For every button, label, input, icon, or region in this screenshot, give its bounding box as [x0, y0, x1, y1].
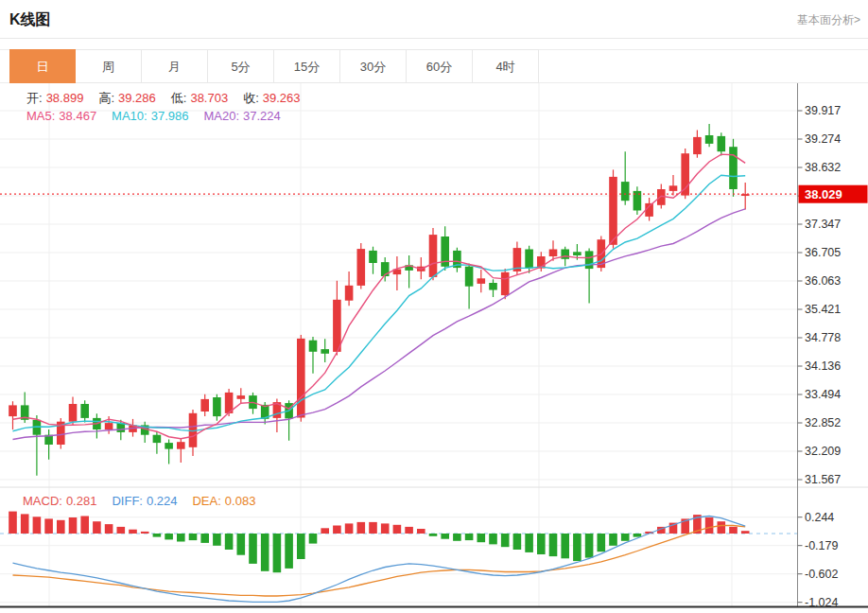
- tab-60分[interactable]: 60分: [407, 49, 473, 83]
- ohlc-legend-item: 开:38.899: [26, 91, 87, 105]
- kline-chart-svg[interactable]: 39.91739.27438.63237.98937.34736.70536.0…: [0, 83, 868, 613]
- macd-tick-label: -0.179: [805, 539, 838, 552]
- macd-bar-down: [213, 534, 221, 546]
- macd-bar-up: [729, 527, 738, 534]
- macd-bar-down: [453, 534, 461, 541]
- legend-value: 39.263: [263, 91, 301, 105]
- macd-bar-up: [44, 518, 53, 534]
- y-axis-tick-label: 31.567: [805, 473, 841, 486]
- candle-up: [693, 137, 702, 154]
- candle-up: [177, 442, 185, 449]
- macd-legend-item: MACD:0.281: [23, 494, 100, 508]
- macd-bar-down: [261, 534, 269, 571]
- candle-down: [585, 251, 594, 269]
- tab-5分[interactable]: 5分: [208, 49, 274, 83]
- candle-down: [309, 341, 318, 352]
- legend-label: MACD:: [23, 494, 62, 508]
- current-price-value: 38.029: [805, 187, 842, 201]
- legend-value: 37.224: [243, 109, 281, 123]
- macd-bar-up: [141, 532, 149, 534]
- macd-bar-down: [273, 534, 282, 572]
- candle-up: [297, 339, 305, 418]
- tab-30分[interactable]: 30分: [340, 49, 407, 83]
- legend-label: DIFF:: [112, 494, 143, 508]
- macd-bar-up: [129, 530, 137, 534]
- macd-bar-down: [441, 534, 449, 539]
- macd-bar-down: [225, 534, 234, 550]
- ma20-line: [13, 209, 746, 440]
- candle-up: [549, 250, 558, 257]
- legend-value: 38.703: [190, 91, 228, 105]
- legend-label: 高:: [98, 91, 114, 105]
- y-axis-tick-label: 39.274: [805, 132, 841, 146]
- macd-tick-label: 0.244: [805, 511, 834, 524]
- candle-down: [153, 435, 162, 443]
- page-header: K线图 基本面分析>: [0, 0, 868, 39]
- macd-bar-down: [429, 534, 438, 536]
- macd-bar-down: [549, 534, 558, 556]
- macd-bar-down: [297, 534, 305, 559]
- macd-bar-down: [501, 534, 510, 547]
- macd-bar-up: [369, 522, 377, 534]
- tab-周[interactable]: 周: [76, 49, 142, 83]
- macd-bar-up: [705, 517, 714, 534]
- legend-value: 38.899: [46, 91, 84, 105]
- candle-down: [165, 443, 173, 449]
- y-axis-tick-label: 37.347: [805, 218, 841, 231]
- ma-legend-item: MA5:38.467: [26, 109, 100, 123]
- macd-bar-down: [153, 534, 162, 537]
- legend-label: MA20:: [203, 109, 239, 123]
- macd-bar-down: [537, 534, 546, 554]
- macd-bar-down: [489, 534, 497, 544]
- macd-bar-up: [117, 527, 126, 534]
- y-axis-tick-label: 35.421: [805, 303, 841, 316]
- candle-up: [333, 300, 341, 352]
- y-axis-tick-label: 36.063: [805, 274, 841, 288]
- macd-bar-down: [465, 534, 474, 540]
- legend-label: DEA:: [192, 494, 220, 508]
- ohlc-legend-item: 低:38.703: [171, 91, 232, 105]
- candle-up: [69, 404, 78, 422]
- candle-down: [561, 250, 569, 259]
- macd-bar-up: [93, 521, 101, 534]
- tab-日[interactable]: 日: [9, 49, 76, 83]
- candle-down: [729, 147, 738, 189]
- candle-up: [200, 399, 209, 412]
- macd-bar-up: [741, 531, 750, 534]
- candle-down: [525, 250, 533, 269]
- macd-bar-up: [105, 524, 113, 534]
- candle-up: [105, 423, 113, 429]
- ohlc-legend: 开:38.899高:39.286低:38.703收:39.263: [26, 90, 316, 107]
- legend-value: 37.986: [151, 109, 189, 123]
- candle-up: [477, 278, 486, 284]
- macd-bar-down: [200, 534, 209, 543]
- kline-page: K线图 基本面分析> 日周月5分15分30分60分4时 开:38.899高:39…: [0, 0, 868, 613]
- macd-bar-up: [57, 520, 65, 534]
- fundamental-analysis-link[interactable]: 基本面分析>: [797, 12, 860, 28]
- macd-bar-up: [9, 512, 17, 534]
- macd-tick-label: -1.024: [805, 596, 838, 609]
- macd-bar-down: [189, 534, 198, 540]
- tab-4时[interactable]: 4时: [473, 49, 539, 83]
- tab-月[interactable]: 月: [142, 49, 208, 83]
- legend-value: 0.224: [147, 494, 178, 508]
- tab-15分[interactable]: 15分: [274, 49, 340, 83]
- candle-down: [321, 349, 329, 354]
- macd-bar-up: [417, 529, 425, 534]
- candle-up: [609, 177, 617, 245]
- macd-bar-down: [525, 534, 533, 552]
- ma10-line: [13, 175, 746, 431]
- macd-legend: MACD:0.281DIFF:0.224DEA:0.083: [23, 494, 270, 508]
- candle-down: [718, 136, 726, 151]
- y-axis-tick-label: 36.705: [805, 246, 841, 259]
- macd-bar-down: [621, 534, 630, 541]
- macd-bar-down: [561, 534, 569, 558]
- period-tabs: 日周月5分15分30分60分4时: [9, 49, 539, 83]
- macd-bar-down: [249, 534, 257, 564]
- legend-value: 0.083: [225, 494, 256, 508]
- candle-down: [465, 267, 474, 287]
- macd-bar-up: [393, 525, 402, 534]
- candle-down: [705, 135, 714, 144]
- macd-bar-down: [177, 534, 185, 542]
- y-axis-tick-label: 34.778: [805, 331, 841, 344]
